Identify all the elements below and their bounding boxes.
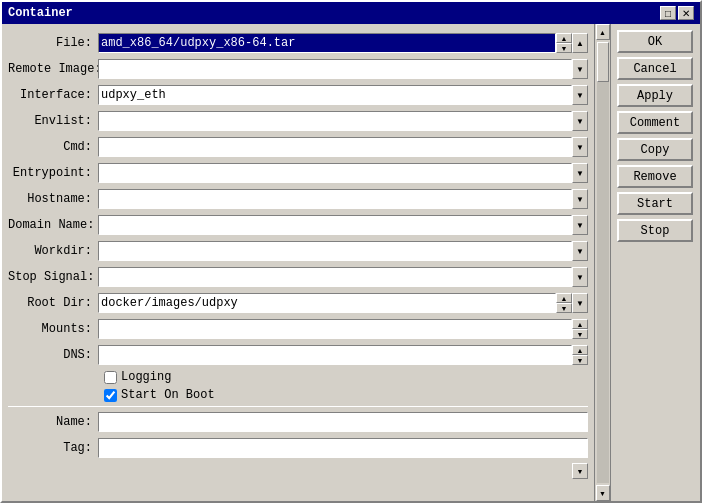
content-area: File: ▲ ▼ ▲ Remote Image: ▼: [2, 24, 700, 501]
tag-input[interactable]: [98, 438, 588, 458]
dns-input[interactable]: [98, 345, 572, 365]
mounts-scroll-btns: ▲ ▼: [572, 319, 588, 339]
start-on-boot-row: Start On Boot: [104, 388, 588, 402]
cmd-input[interactable]: [98, 137, 572, 157]
stop-signal-input[interactable]: [98, 267, 572, 287]
root-dir-input-wrap: ▲ ▼ ▼: [98, 293, 588, 313]
domain-name-input-wrap: ▼: [98, 215, 588, 235]
envlist-input-wrap: ▼: [98, 111, 588, 131]
interface-row: Interface: ▼: [8, 84, 588, 106]
cmd-row: Cmd: ▼: [8, 136, 588, 158]
bottom-scroll-down[interactable]: ▼: [572, 463, 588, 479]
tag-label: Tag:: [8, 441, 98, 455]
form-scrollbar-track: [597, 42, 609, 483]
mounts-scroll-down[interactable]: ▼: [572, 329, 588, 339]
entrypoint-input[interactable]: [98, 163, 572, 183]
file-scroll-down[interactable]: ▼: [556, 43, 572, 53]
dns-row: DNS: ▲ ▼: [8, 344, 588, 366]
form-scrollbar-down[interactable]: ▼: [596, 485, 610, 501]
file-scroll-btns: ▲ ▼: [556, 33, 572, 53]
sidebar: OK Cancel Apply Comment Copy Remove Star…: [610, 24, 700, 501]
start-on-boot-label: Start On Boot: [121, 388, 215, 402]
entrypoint-dropdown[interactable]: ▼: [572, 163, 588, 183]
workdir-dropdown[interactable]: ▼: [572, 241, 588, 261]
file-label: File:: [8, 36, 98, 50]
root-dir-outer-btn[interactable]: ▼: [572, 293, 588, 313]
hostname-input-wrap: ▼: [98, 189, 588, 209]
dns-input-wrap: ▲ ▼: [98, 345, 588, 365]
mounts-input-wrap: ▲ ▼: [98, 319, 588, 339]
form-scrollbar-thumb: [597, 42, 609, 82]
comment-button[interactable]: Comment: [617, 111, 693, 134]
dns-scroll-up[interactable]: ▲: [572, 345, 588, 355]
interface-input[interactable]: [98, 85, 572, 105]
name-row: Name:: [8, 411, 588, 433]
dns-scroll-down[interactable]: ▼: [572, 355, 588, 365]
file-input[interactable]: [98, 33, 556, 53]
divider: [8, 406, 588, 407]
start-button[interactable]: Start: [617, 192, 693, 215]
mounts-row: Mounts: ▲ ▼: [8, 318, 588, 340]
container-window: Container □ ✕ File: ▲ ▼ ▲ Rem: [0, 0, 702, 503]
mounts-label: Mounts:: [8, 322, 98, 336]
domain-name-label: Domain Name:: [8, 218, 98, 232]
cmd-input-wrap: ▼: [98, 137, 588, 157]
remove-button[interactable]: Remove: [617, 165, 693, 188]
domain-name-row: Domain Name: ▼: [8, 214, 588, 236]
cancel-button[interactable]: Cancel: [617, 57, 693, 80]
root-dir-row: Root Dir: ▲ ▼ ▼: [8, 292, 588, 314]
file-scroll-up[interactable]: ▲: [556, 33, 572, 43]
envlist-input[interactable]: [98, 111, 572, 131]
remote-image-row: Remote Image: ▼: [8, 58, 588, 80]
logging-label: Logging: [121, 370, 171, 384]
interface-dropdown[interactable]: ▼: [572, 85, 588, 105]
cmd-dropdown[interactable]: ▼: [572, 137, 588, 157]
logging-checkbox[interactable]: [104, 371, 117, 384]
form-scrollbar-up[interactable]: ▲: [596, 24, 610, 40]
envlist-label: Envlist:: [8, 114, 98, 128]
workdir-label: Workdir:: [8, 244, 98, 258]
stop-signal-dropdown[interactable]: ▼: [572, 267, 588, 287]
form-scrollbar: ▲ ▼: [594, 24, 610, 501]
file-input-wrap: ▲ ▼ ▲: [98, 33, 588, 53]
logging-row: Logging: [104, 370, 588, 384]
domain-name-input[interactable]: [98, 215, 572, 235]
remote-image-label: Remote Image:: [8, 62, 98, 76]
title-bar: Container □ ✕: [2, 2, 700, 24]
hostname-dropdown[interactable]: ▼: [572, 189, 588, 209]
name-input-wrap: [98, 412, 588, 432]
dns-label: DNS:: [8, 348, 98, 362]
name-label: Name:: [8, 415, 98, 429]
stop-button[interactable]: Stop: [617, 219, 693, 242]
name-input[interactable]: [98, 412, 588, 432]
remote-image-dropdown[interactable]: ▼: [572, 59, 588, 79]
minimize-button[interactable]: □: [660, 6, 676, 20]
interface-label: Interface:: [8, 88, 98, 102]
domain-name-dropdown[interactable]: ▼: [572, 215, 588, 235]
root-dir-scroll-up[interactable]: ▲: [556, 293, 572, 303]
close-button[interactable]: ✕: [678, 6, 694, 20]
mounts-scroll-up[interactable]: ▲: [572, 319, 588, 329]
remote-image-input[interactable]: [98, 59, 572, 79]
cmd-label: Cmd:: [8, 140, 98, 154]
form-area: File: ▲ ▼ ▲ Remote Image: ▼: [2, 24, 594, 501]
apply-button[interactable]: Apply: [617, 84, 693, 107]
dns-scroll-btns: ▲ ▼: [572, 345, 588, 365]
file-row: File: ▲ ▼ ▲: [8, 32, 588, 54]
workdir-input[interactable]: [98, 241, 572, 261]
stop-signal-row: Stop Signal: ▼: [8, 266, 588, 288]
copy-button[interactable]: Copy: [617, 138, 693, 161]
bottom-scroll-area: ▼: [8, 463, 588, 479]
root-dir-label: Root Dir:: [8, 296, 98, 310]
root-dir-input[interactable]: [98, 293, 556, 313]
ok-button[interactable]: OK: [617, 30, 693, 53]
hostname-input[interactable]: [98, 189, 572, 209]
envlist-dropdown[interactable]: ▼: [572, 111, 588, 131]
file-outer-scroll[interactable]: ▲: [572, 33, 588, 53]
envlist-row: Envlist: ▼: [8, 110, 588, 132]
root-dir-scroll-down[interactable]: ▼: [556, 303, 572, 313]
root-dir-scroll-btns: ▲ ▼: [556, 293, 572, 313]
start-on-boot-checkbox[interactable]: [104, 389, 117, 402]
mounts-input[interactable]: [98, 319, 572, 339]
entrypoint-label: Entrypoint:: [8, 166, 98, 180]
